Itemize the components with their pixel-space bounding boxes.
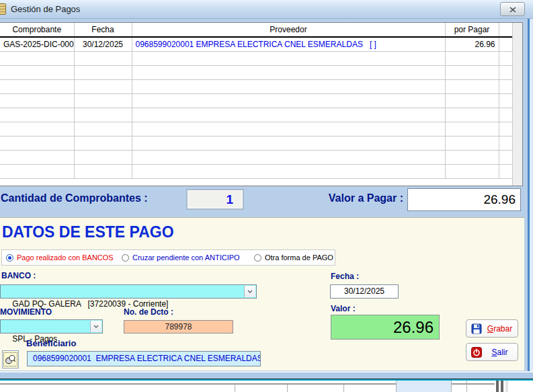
grid-row-empty[interactable]: [0, 108, 512, 122]
grid-cell: [499, 136, 512, 150]
grid-cell: [74, 79, 132, 93]
grid-cell: [499, 122, 512, 136]
grid-cell: [74, 65, 132, 79]
grid-cell: [132, 108, 445, 122]
grid-cell[interactable]: [499, 37, 512, 51]
grid-cell: [499, 93, 512, 108]
grid-cell: [445, 93, 499, 108]
background-scrollbar: [505, 381, 508, 392]
grid-cell: [132, 79, 445, 93]
col-header-fecha[interactable]: Fecha: [74, 23, 132, 37]
grid-row-empty[interactable]: [0, 93, 512, 108]
grid-row-data[interactable]: GAS-2025-DIC-0002330/12/2025096859902000…: [0, 37, 512, 51]
beneficiario-label: Beneficiario: [26, 338, 76, 348]
section-title: DATOS DE ESTE PAGO: [2, 223, 174, 241]
movimiento-combobox[interactable]: SPL - Pagos: [0, 319, 103, 334]
grid-cell: [499, 108, 512, 122]
background-gridline: [343, 385, 344, 392]
valor-field[interactable]: 26.96: [331, 315, 440, 340]
grid-cell: [445, 108, 499, 122]
grid-cell: [74, 122, 132, 136]
grabar-button[interactable]: Grabar: [466, 319, 518, 338]
chevron-down-icon[interactable]: [90, 321, 101, 332]
banco-combobox[interactable]: GAD PQ- GALERA [37220039 - Corriente]: [0, 284, 257, 299]
col-header-proveedor[interactable]: Proveedor: [132, 23, 445, 37]
fecha-field[interactable]: 30/12/2025: [330, 284, 399, 299]
grid-cell: [0, 150, 74, 164]
radio-pago-bancos[interactable]: Pago realizado con BANCOS: [6, 250, 114, 265]
grid-row-empty[interactable]: [0, 150, 512, 164]
grid-cell: [74, 93, 132, 108]
grid-cell: [0, 93, 74, 108]
grid-cell: [445, 51, 499, 65]
save-floppy-icon: [471, 323, 482, 334]
grid-row-empty[interactable]: [0, 79, 512, 93]
app-icon: [0, 3, 6, 15]
grid-cell[interactable]: 0968599020001 EMPRESA ELECTRICA CNEL ESM…: [132, 37, 445, 51]
radio-otra-forma[interactable]: Otra forma de PAGO: [254, 250, 333, 265]
col-header-extra: [499, 23, 512, 37]
grid-cell: [74, 150, 132, 164]
grid-cell: [0, 108, 74, 122]
banco-label: BANCO :: [1, 271, 36, 280]
fecha-label: Fecha :: [331, 272, 359, 281]
grid-cell: [132, 122, 445, 136]
grid-cell[interactable]: 30/12/2025: [74, 37, 132, 51]
power-icon: [471, 347, 482, 358]
grid-body: GAS-2025-DIC-0002330/12/2025096859902000…: [0, 37, 512, 178]
grid-cell: [0, 164, 74, 178]
background-gridline: [451, 381, 452, 392]
payment-type-group: Pago realizado con BANCOS Cruzar pendien…: [1, 249, 335, 266]
window-right-margin: [530, 19, 533, 381]
grid-cell: [0, 51, 74, 65]
grid-cell: [0, 122, 74, 136]
window-bottom-band: [0, 373, 533, 379]
cantidad-comprobantes-label: Cantidad de Comprobantes :: [1, 192, 148, 204]
grid-cell: [445, 136, 499, 150]
grid-row-empty[interactable]: [0, 122, 512, 136]
grid-header-row: Comprobante Fecha Proveedor por Pagar: [0, 23, 512, 37]
grid-cell: [499, 51, 512, 65]
grid-cell: [499, 79, 512, 93]
grabar-label: Grabar: [482, 324, 518, 334]
radio-unselected-icon: [122, 254, 129, 262]
grid-cell[interactable]: 26.96: [445, 37, 499, 51]
grid-cell: [445, 79, 499, 93]
dcto-field[interactable]: 789978: [124, 320, 233, 334]
valor-a-pagar-label: Valor a Pagar :: [289, 192, 403, 204]
close-button[interactable]: [500, 2, 525, 16]
grid-row-empty[interactable]: [0, 164, 512, 178]
grid-cell: [132, 150, 445, 164]
window-title: Gestión de Pagos: [11, 4, 80, 14]
salir-label: Salir: [482, 348, 518, 357]
grid-row-empty[interactable]: [0, 65, 512, 79]
grid-cell: [132, 51, 445, 65]
datos-pago-panel: DATOS DE ESTE PAGO Pago realizado con BA…: [0, 217, 524, 370]
chevron-down-icon[interactable]: [244, 286, 255, 297]
grid-cell: [445, 150, 499, 164]
grid-cell: [132, 93, 445, 108]
movimiento-label: MOVIMIENTO: [0, 307, 52, 317]
radio-cruzar-anticipo[interactable]: Cruzar pendiente con ANTICIPO: [122, 250, 240, 265]
grid-row-empty[interactable]: [0, 136, 512, 150]
background-window-grid[interactable]: [0, 381, 533, 392]
salir-button[interactable]: Salir: [466, 343, 518, 361]
grid-cell[interactable]: GAS-2025-DIC-00023: [0, 37, 74, 51]
grid-cell: [132, 65, 445, 79]
valor-a-pagar-value: 26.96: [407, 188, 521, 211]
col-header-comprobante[interactable]: Comprobante: [0, 23, 74, 37]
grid-cell: [0, 136, 74, 150]
radio-selected-icon: [6, 254, 13, 262]
grid-cell: [499, 150, 512, 164]
grid-cell: [132, 136, 445, 150]
title-bar[interactable]: Gestión de Pagos: [0, 0, 533, 19]
search-icon: [3, 352, 17, 366]
beneficiario-field[interactable]: 0968599020001 EMPRESA ELECTRICA CNEL ESM…: [27, 351, 261, 366]
grid-cell: [445, 164, 499, 178]
dcto-label: No. de Dcto :: [124, 307, 173, 317]
search-beneficiario-button[interactable]: [2, 350, 19, 368]
grid-cell: [74, 108, 132, 122]
background-gridline: [235, 385, 235, 392]
col-header-por-pagar[interactable]: por Pagar: [445, 23, 499, 37]
grid-row-empty[interactable]: [0, 51, 512, 65]
